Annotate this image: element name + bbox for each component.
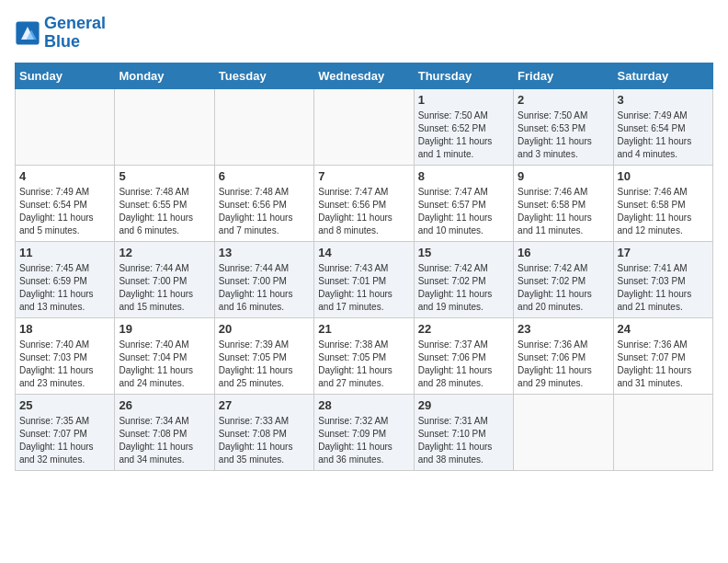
weekday-header-thursday: Thursday [414,63,513,88]
calendar-cell [613,394,712,470]
day-info: Sunrise: 7:45 AM Sunset: 6:59 PM Dayligh… [19,262,110,314]
day-number: 22 [418,322,509,336]
day-number: 14 [318,246,409,259]
calendar-cell: 4Sunrise: 7:49 AM Sunset: 6:54 PM Daylig… [16,165,115,241]
day-number: 15 [418,246,509,259]
calendar-cell: 10Sunrise: 7:46 AM Sunset: 6:58 PM Dayli… [613,165,712,241]
calendar-week-4: 18Sunrise: 7:40 AM Sunset: 7:03 PM Dayli… [16,317,713,394]
day-info: Sunrise: 7:36 AM Sunset: 7:06 PM Dayligh… [518,339,609,390]
calendar-week-3: 11Sunrise: 7:45 AM Sunset: 6:59 PM Dayli… [16,241,713,317]
day-info: Sunrise: 7:34 AM Sunset: 7:08 PM Dayligh… [119,415,210,466]
calendar-cell: 22Sunrise: 7:37 AM Sunset: 7:06 PM Dayli… [414,317,513,394]
calendar-cell: 29Sunrise: 7:31 AM Sunset: 7:10 PM Dayli… [414,394,513,470]
day-info: Sunrise: 7:36 AM Sunset: 7:07 PM Dayligh… [618,339,709,390]
day-number: 21 [318,322,409,336]
calendar-cell: 23Sunrise: 7:36 AM Sunset: 7:06 PM Dayli… [514,317,613,394]
calendar-cell: 20Sunrise: 7:39 AM Sunset: 7:05 PM Dayli… [214,317,313,394]
page-header: GeneralBlue [15,15,713,52]
calendar-cell: 7Sunrise: 7:47 AM Sunset: 6:56 PM Daylig… [314,165,414,241]
calendar-cell [16,88,115,165]
day-number: 17 [618,246,709,259]
calendar-cell: 15Sunrise: 7:42 AM Sunset: 7:02 PM Dayli… [414,241,513,317]
calendar-cell: 3Sunrise: 7:49 AM Sunset: 6:54 PM Daylig… [613,88,712,165]
day-number: 27 [219,398,310,412]
calendar-week-5: 25Sunrise: 7:35 AM Sunset: 7:07 PM Dayli… [16,394,713,470]
calendar-cell: 16Sunrise: 7:42 AM Sunset: 7:02 PM Dayli… [514,241,613,317]
day-number: 23 [518,322,609,336]
day-info: Sunrise: 7:32 AM Sunset: 7:09 PM Dayligh… [318,415,409,466]
day-info: Sunrise: 7:40 AM Sunset: 7:04 PM Dayligh… [119,339,210,390]
calendar-cell: 28Sunrise: 7:32 AM Sunset: 7:09 PM Dayli… [314,394,414,470]
day-info: Sunrise: 7:40 AM Sunset: 7:03 PM Dayligh… [19,339,110,390]
day-info: Sunrise: 7:39 AM Sunset: 7:05 PM Dayligh… [219,339,310,390]
day-info: Sunrise: 7:50 AM Sunset: 6:53 PM Dayligh… [518,109,609,161]
day-number: 13 [219,246,310,259]
logo: GeneralBlue [15,15,106,52]
calendar-cell [214,88,313,165]
day-number: 20 [219,322,310,336]
calendar-cell: 8Sunrise: 7:47 AM Sunset: 6:57 PM Daylig… [414,165,513,241]
calendar-cell: 2Sunrise: 7:50 AM Sunset: 6:53 PM Daylig… [514,88,613,165]
day-info: Sunrise: 7:31 AM Sunset: 7:10 PM Dayligh… [418,415,509,466]
calendar-cell: 24Sunrise: 7:36 AM Sunset: 7:07 PM Dayli… [613,317,712,394]
calendar-week-1: 1Sunrise: 7:50 AM Sunset: 6:52 PM Daylig… [16,88,713,165]
day-number: 24 [618,322,709,336]
weekday-header-monday: Monday [115,63,214,88]
day-info: Sunrise: 7:47 AM Sunset: 6:56 PM Dayligh… [318,186,409,237]
day-number: 5 [119,169,210,183]
day-info: Sunrise: 7:48 AM Sunset: 6:55 PM Dayligh… [119,186,210,237]
day-info: Sunrise: 7:37 AM Sunset: 7:06 PM Dayligh… [418,339,509,390]
day-info: Sunrise: 7:42 AM Sunset: 7:02 PM Dayligh… [418,262,509,314]
calendar-cell: 26Sunrise: 7:34 AM Sunset: 7:08 PM Dayli… [115,394,214,470]
day-number: 2 [518,93,609,107]
calendar-cell [115,88,214,165]
day-number: 3 [618,93,709,107]
weekday-header-sunday: Sunday [16,63,115,88]
weekday-header-tuesday: Tuesday [214,63,313,88]
day-info: Sunrise: 7:46 AM Sunset: 6:58 PM Dayligh… [518,186,609,237]
day-info: Sunrise: 7:49 AM Sunset: 6:54 PM Dayligh… [19,186,110,237]
day-number: 25 [19,398,110,412]
day-info: Sunrise: 7:44 AM Sunset: 7:00 PM Dayligh… [219,262,310,314]
day-info: Sunrise: 7:44 AM Sunset: 7:00 PM Dayligh… [119,262,210,314]
logo-icon [15,20,40,46]
day-info: Sunrise: 7:35 AM Sunset: 7:07 PM Dayligh… [19,415,110,466]
calendar-table: SundayMondayTuesdayWednesdayThursdayFrid… [15,63,713,471]
day-number: 16 [518,246,609,259]
calendar-cell: 11Sunrise: 7:45 AM Sunset: 6:59 PM Dayli… [16,241,115,317]
calendar-week-2: 4Sunrise: 7:49 AM Sunset: 6:54 PM Daylig… [16,165,713,241]
day-number: 12 [119,246,210,259]
day-info: Sunrise: 7:50 AM Sunset: 6:52 PM Dayligh… [418,109,509,161]
calendar-cell: 27Sunrise: 7:33 AM Sunset: 7:08 PM Dayli… [214,394,313,470]
calendar-cell [514,394,613,470]
calendar-cell: 25Sunrise: 7:35 AM Sunset: 7:07 PM Dayli… [16,394,115,470]
calendar-cell: 14Sunrise: 7:43 AM Sunset: 7:01 PM Dayli… [314,241,414,317]
calendar-cell: 18Sunrise: 7:40 AM Sunset: 7:03 PM Dayli… [16,317,115,394]
day-info: Sunrise: 7:38 AM Sunset: 7:05 PM Dayligh… [318,339,409,390]
logo-text: GeneralBlue [44,15,106,52]
weekday-header-wednesday: Wednesday [314,63,414,88]
weekday-header-row: SundayMondayTuesdayWednesdayThursdayFrid… [16,63,713,88]
calendar-cell [314,88,414,165]
day-info: Sunrise: 7:46 AM Sunset: 6:58 PM Dayligh… [618,186,709,237]
calendar-cell: 13Sunrise: 7:44 AM Sunset: 7:00 PM Dayli… [214,241,313,317]
day-info: Sunrise: 7:48 AM Sunset: 6:56 PM Dayligh… [219,186,310,237]
day-number: 7 [318,169,409,183]
day-number: 6 [219,169,310,183]
weekday-header-friday: Friday [514,63,613,88]
day-info: Sunrise: 7:47 AM Sunset: 6:57 PM Dayligh… [418,186,509,237]
calendar-cell: 19Sunrise: 7:40 AM Sunset: 7:04 PM Dayli… [115,317,214,394]
day-number: 10 [618,169,709,183]
calendar-cell: 17Sunrise: 7:41 AM Sunset: 7:03 PM Dayli… [613,241,712,317]
day-info: Sunrise: 7:43 AM Sunset: 7:01 PM Dayligh… [318,262,409,314]
day-number: 26 [119,398,210,412]
calendar-cell: 1Sunrise: 7:50 AM Sunset: 6:52 PM Daylig… [414,88,513,165]
day-number: 8 [418,169,509,183]
day-number: 28 [318,398,409,412]
day-number: 1 [418,93,509,107]
day-number: 11 [19,246,110,259]
day-info: Sunrise: 7:33 AM Sunset: 7:08 PM Dayligh… [219,415,310,466]
day-info: Sunrise: 7:42 AM Sunset: 7:02 PM Dayligh… [518,262,609,314]
calendar-cell: 21Sunrise: 7:38 AM Sunset: 7:05 PM Dayli… [314,317,414,394]
calendar-cell: 5Sunrise: 7:48 AM Sunset: 6:55 PM Daylig… [115,165,214,241]
